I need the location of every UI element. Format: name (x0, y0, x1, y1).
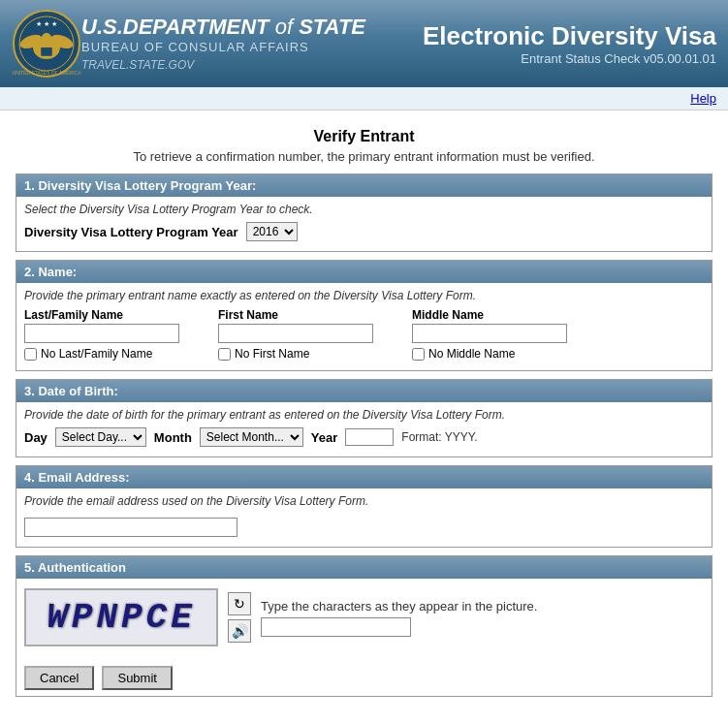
section4-body: Provide the email address used on the Di… (16, 488, 712, 547)
section3-body: Provide the date of birth for the primar… (16, 402, 712, 456)
svg-text:★ ★ ★: ★ ★ ★ (36, 20, 57, 27)
year-format: Format: YYYY. (401, 430, 477, 444)
no-middle-checkbox-item: No Middle Name (412, 347, 586, 361)
no-last-checkbox[interactable] (24, 348, 37, 361)
middle-name-col: Middle Name (412, 308, 586, 343)
first-name-col: First Name (218, 308, 393, 343)
name-checkbox-row: No Last/Family Name No First Name No Mid… (24, 347, 704, 361)
section1-instruction: Select the Diversity Visa Lottery Progra… (24, 203, 704, 216)
captcha-refresh-button[interactable]: ↻ (228, 592, 251, 615)
section5-header: 5. Authentication (16, 556, 712, 579)
section-program-year: 1. Diversity Visa Lottery Program Year: … (16, 173, 712, 252)
day-label: Day (24, 430, 47, 445)
app-title: Electronic Diversity Visa (423, 21, 716, 51)
section5-body: WPNPCE ↻ 🔊 Type the characters as they a… (16, 579, 712, 656)
svg-rect-6 (41, 43, 52, 47)
captcha-input[interactable] (261, 617, 411, 637)
header-dept-info: U.S.DEPARTMENT of STATE BUREAU OF CONSUL… (81, 16, 365, 71)
month-select[interactable]: Select Month... JanuaryFebruaryMarch Apr… (200, 427, 303, 447)
travel-url: TRAVEL.STATE.GOV (81, 58, 365, 72)
dept-name: U.S.DEPARTMENT of STATE (81, 16, 365, 39)
middle-name-label: Middle Name (412, 308, 586, 322)
page-header: ★ ★ ★ UNITED STATES OF AMERICA U.S.DEPAR… (0, 0, 728, 87)
section-auth: 5. Authentication WPNPCE ↻ 🔊 Type the ch… (16, 555, 712, 697)
last-name-col: Last/Family Name (24, 308, 199, 343)
section2-instruction: Provide the primary entrant name exactly… (24, 289, 704, 302)
no-first-label: No First Name (235, 347, 309, 361)
last-name-input[interactable] (24, 324, 179, 343)
section-email: 4. Email Address: Provide the email addr… (16, 465, 712, 548)
month-label: Month (154, 430, 192, 445)
no-first-checkbox[interactable] (218, 348, 231, 361)
no-last-label: No Last/Family Name (41, 347, 152, 361)
no-middle-checkbox[interactable] (412, 348, 425, 361)
no-middle-label: No Middle Name (428, 347, 515, 361)
svg-text:UNITED STATES OF AMERICA: UNITED STATES OF AMERICA (13, 70, 81, 76)
auth-row: WPNPCE ↻ 🔊 Type the characters as they a… (24, 588, 704, 646)
section3-instruction: Provide the date of birth for the primar… (24, 408, 704, 422)
page-title: Verify Entrant (16, 128, 712, 145)
section3-header: 3. Date of Birth: (16, 380, 712, 402)
help-bar: Help (0, 87, 728, 110)
section-name: 2. Name: Provide the primary entrant nam… (16, 260, 712, 371)
submit-button[interactable]: Submit (102, 666, 172, 690)
main-content: Verify Entrant To retrieve a confirmatio… (0, 110, 728, 714)
page-description: To retrieve a confirmation number, the p… (16, 149, 712, 164)
no-last-checkbox-item: No Last/Family Name (24, 347, 199, 361)
name-fields-row: Last/Family Name First Name Middle Name (24, 308, 704, 343)
year-label: Year (311, 430, 337, 445)
section4-header: 4. Email Address: (16, 466, 712, 488)
last-name-label: Last/Family Name (24, 308, 199, 322)
section-dob: 3. Date of Birth: Provide the date of bi… (16, 379, 712, 457)
middle-name-input[interactable] (412, 324, 567, 343)
header-app-info: Electronic Diversity Visa Entrant Status… (423, 21, 716, 66)
first-name-label: First Name (218, 308, 393, 322)
bureau-name: BUREAU OF CONSULAR AFFAIRS (81, 40, 365, 54)
app-subtitle: Entrant Status Check v05.00.01.01 (423, 51, 716, 66)
cancel-button[interactable]: Cancel (24, 666, 94, 690)
email-input[interactable] (24, 518, 237, 537)
no-first-checkbox-item: No First Name (218, 347, 393, 361)
help-link[interactable]: Help (690, 91, 716, 106)
program-year-label: Diversity Visa Lottery Program Year (24, 225, 238, 239)
section2-header: 2. Name: (16, 261, 712, 283)
button-row: Cancel Submit (16, 656, 712, 696)
year-input[interactable] (345, 428, 394, 446)
section2-body: Provide the primary entrant name exactly… (16, 283, 712, 370)
first-name-input[interactable] (218, 324, 373, 343)
auth-instruction: Type the characters as they appear in th… (261, 599, 537, 614)
program-year-select[interactable]: 2016 2016 2017 2018 (246, 222, 298, 241)
captcha-controls: ↻ 🔊 (228, 592, 251, 643)
dob-row: Day Select Day... 12345 678910 111213141… (24, 427, 704, 447)
section1-body: Select the Diversity Visa Lottery Progra… (16, 197, 712, 251)
day-select[interactable]: Select Day... 12345 678910 1112131415 16… (55, 427, 146, 447)
state-dept-seal: ★ ★ ★ UNITED STATES OF AMERICA (12, 9, 81, 79)
captcha-audio-button[interactable]: 🔊 (228, 619, 251, 643)
captcha-image: WPNPCE (24, 588, 218, 646)
section1-header: 1. Diversity Visa Lottery Program Year: (16, 174, 712, 197)
svg-point-7 (42, 33, 51, 43)
section4-instruction: Provide the email address used on the Di… (24, 494, 704, 508)
auth-input-area: Type the characters as they appear in th… (261, 599, 537, 637)
